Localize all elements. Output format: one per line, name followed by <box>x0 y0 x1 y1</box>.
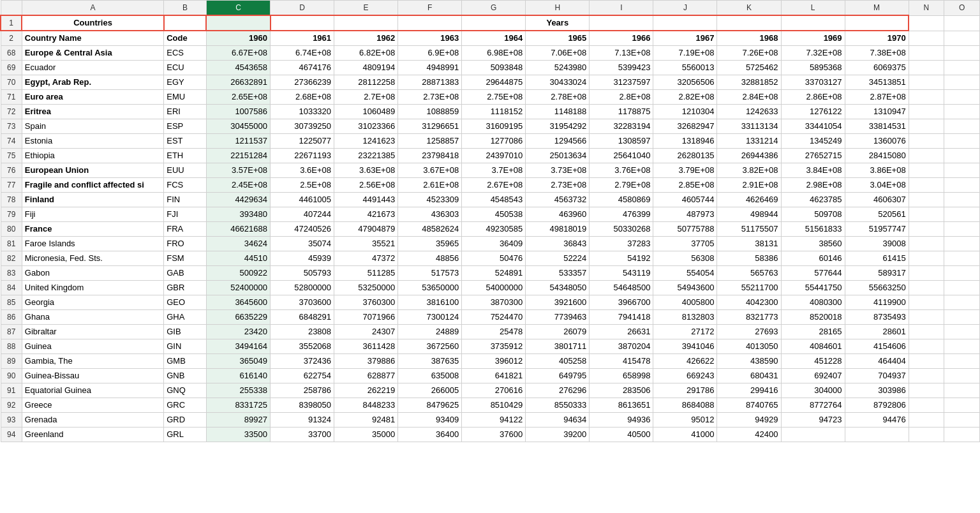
row-81: 81Faroe IslandsFRO3462435074355213596536… <box>1 237 980 251</box>
col-header-o[interactable]: O <box>944 1 980 16</box>
cell-73-a: Spain <box>22 119 163 134</box>
col-header-m[interactable]: M <box>845 1 909 16</box>
col-header-e[interactable]: E <box>334 1 398 16</box>
cell-68-d: 6.74E+08 <box>271 46 334 61</box>
cell-79-j: 487973 <box>653 207 717 222</box>
col-header-h[interactable]: H <box>526 1 590 16</box>
col-header-c[interactable]: C <box>206 1 270 16</box>
cell-89-e: 379886 <box>334 354 398 369</box>
col-header-g[interactable]: G <box>462 1 526 16</box>
cell-93-j: 95012 <box>653 413 717 428</box>
cell-90-i: 658998 <box>590 369 653 383</box>
row-70: 70Egypt, Arab Rep.EGY2663289127366239281… <box>1 75 980 90</box>
cell-69-a: Ecuador <box>22 61 163 75</box>
cell-78-a: Finland <box>22 193 163 207</box>
cell-94-k: 42400 <box>717 428 781 442</box>
row-num-73: 73 <box>1 119 22 134</box>
row-num-68: 68 <box>1 46 22 61</box>
cell-81-i: 37283 <box>590 237 653 251</box>
cell-84-n <box>909 281 944 295</box>
col-header-l[interactable]: L <box>781 1 845 16</box>
row-82: 82Micronesia, Fed. Sts.FSM44510459394737… <box>1 251 980 266</box>
row-87: 87GibraltarGIB23420238082430724889254782… <box>1 325 980 339</box>
cell-75-b: ETH <box>164 149 207 163</box>
cell-73-d: 30739250 <box>271 119 334 134</box>
cell-69-d: 4674176 <box>271 61 334 75</box>
cell-72-a: Eritrea <box>22 105 163 119</box>
cell-82-n <box>909 251 944 266</box>
cell-82-b: FSM <box>164 251 207 266</box>
cell-82-e: 47372 <box>334 251 398 266</box>
cell-71-n <box>909 90 944 105</box>
cell-76-j: 3.79E+08 <box>653 163 717 178</box>
cell-74-e: 1241623 <box>334 134 398 149</box>
cell-70-b: EGY <box>164 75 207 90</box>
cell-87-g: 25478 <box>462 325 526 339</box>
cell-77-a: Fragile and conflict affected si <box>22 178 163 193</box>
cell-81-n <box>909 237 944 251</box>
cell-82-c: 44510 <box>206 251 270 266</box>
row-num-70: 70 <box>1 75 22 90</box>
cell-72-j: 1210304 <box>653 105 717 119</box>
cell-90-b: GNB <box>164 369 207 383</box>
cell-75-n <box>909 149 944 163</box>
cell-85-g: 3870300 <box>462 295 526 310</box>
cell-74-d: 1225077 <box>271 134 334 149</box>
cell-85-j: 4005800 <box>653 295 717 310</box>
cell-69-g: 5093848 <box>462 61 526 75</box>
cell-1-c <box>206 15 270 31</box>
cell-71-m: 2.87E+08 <box>845 90 909 105</box>
cell-2-k: 1968 <box>717 31 781 46</box>
cell-80-d: 47240526 <box>271 222 334 237</box>
cell-71-g: 2.75E+08 <box>462 90 526 105</box>
cell-69-c: 4543658 <box>206 61 270 75</box>
cell-1-e <box>334 15 398 31</box>
cell-92-d: 8398050 <box>271 398 334 413</box>
row-num-74: 74 <box>1 134 22 149</box>
cell-82-h: 52224 <box>526 251 590 266</box>
row-77: 77Fragile and conflict affected siFCS2.4… <box>1 178 980 193</box>
col-header-b[interactable]: B <box>164 1 207 16</box>
cell-74-a: Estonia <box>22 134 163 149</box>
cell-94-f: 36400 <box>398 428 462 442</box>
row-num-69: 69 <box>1 61 22 75</box>
cell-77-m: 3.04E+08 <box>845 178 909 193</box>
cell-74-b: EST <box>164 134 207 149</box>
col-header-d[interactable]: D <box>271 1 334 16</box>
cell-87-l: 28165 <box>781 325 845 339</box>
spreadsheet: A B C D E F G H I J K L M N O 1 Countrie… <box>0 0 980 513</box>
col-header-n[interactable]: N <box>909 1 944 16</box>
cell-94-o <box>944 428 980 442</box>
cell-93-k: 94929 <box>717 413 781 428</box>
cell-88-l: 4084601 <box>781 339 845 354</box>
cell-91-l: 304000 <box>781 383 845 398</box>
col-header-j[interactable]: J <box>653 1 717 16</box>
cell-80-l: 51561833 <box>781 222 845 237</box>
cell-70-j: 32056506 <box>653 75 717 90</box>
cell-84-h: 54348050 <box>526 281 590 295</box>
cell-79-k: 498944 <box>717 207 781 222</box>
cell-75-f: 23798418 <box>398 149 462 163</box>
cell-76-m: 3.86E+08 <box>845 163 909 178</box>
col-header-f[interactable]: F <box>398 1 462 16</box>
col-header-k[interactable]: K <box>717 1 781 16</box>
cell-70-i: 31237597 <box>590 75 653 90</box>
cell-75-l: 27652715 <box>781 149 845 163</box>
cell-2-d: 1961 <box>271 31 334 46</box>
cell-80-i: 50330268 <box>590 222 653 237</box>
cell-1-a[interactable]: Countries <box>22 15 163 31</box>
cell-94-c: 33500 <box>206 428 270 442</box>
cell-92-k: 8740765 <box>717 398 781 413</box>
cell-83-i: 543119 <box>590 266 653 281</box>
cell-2-h: 1965 <box>526 31 590 46</box>
data-table: A B C D E F G H I J K L M N O 1 Countrie… <box>0 0 980 442</box>
cell-83-b: GAB <box>164 266 207 281</box>
cell-78-o <box>944 193 980 207</box>
cell-77-i: 2.79E+08 <box>590 178 653 193</box>
cell-90-e: 628877 <box>334 369 398 383</box>
cell-86-d: 6848291 <box>271 310 334 325</box>
row-num-76: 76 <box>1 163 22 178</box>
col-header-a[interactable]: A <box>22 1 163 16</box>
col-header-i[interactable]: I <box>590 1 653 16</box>
cell-89-g: 396012 <box>462 354 526 369</box>
